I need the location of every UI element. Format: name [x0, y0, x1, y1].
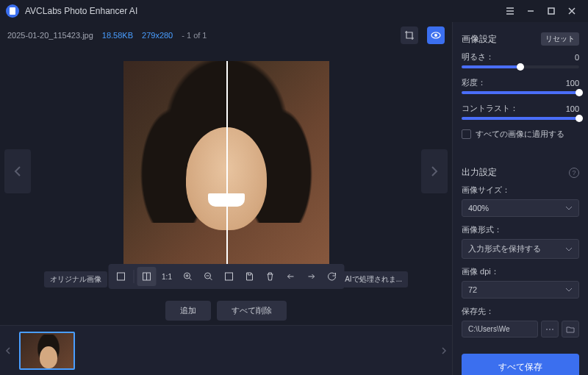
apply-all-checkbox[interactable]: [462, 129, 471, 139]
apply-all-label: すべての画像に適用する: [476, 129, 564, 140]
contrast-label: コントラスト：: [462, 103, 518, 114]
svg-rect-2: [548, 8, 554, 14]
viewer-toolbar: 1:1: [108, 264, 344, 289]
help-icon[interactable]: ?: [569, 168, 579, 178]
action-row: 追加 すべて削除: [0, 293, 452, 325]
menu-button[interactable]: [500, 1, 520, 21]
saturation-label: 彩度：: [462, 77, 486, 88]
image-viewer: オリジナル画像 AIで処理されま... 1:1: [0, 49, 452, 293]
saturation-slider[interactable]: [462, 91, 579, 94]
image-settings-title: 画像設定: [462, 33, 497, 46]
image-canvas[interactable]: [123, 61, 329, 282]
save-icon[interactable]: [240, 267, 259, 286]
size-label: 画像サイズ：: [462, 185, 579, 196]
saveto-label: 保存先：: [462, 306, 579, 317]
thumbnail[interactable]: [19, 332, 75, 370]
app-logo: [6, 4, 19, 18]
compare-divider[interactable]: [226, 61, 228, 282]
refresh-icon[interactable]: [322, 267, 341, 286]
layout-split-icon[interactable]: [137, 267, 156, 286]
thumb-next-button[interactable]: [436, 326, 452, 375]
layout-single-icon[interactable]: [111, 267, 130, 286]
chevron-down-icon: [565, 288, 573, 292]
format-value: 入力形式を保持する: [468, 243, 541, 254]
saturation-value: 100: [566, 79, 579, 88]
save-path-field[interactable]: C:\Users\We: [462, 321, 538, 338]
clear-all-button[interactable]: すべて削除: [217, 301, 287, 321]
add-button[interactable]: 追加: [165, 301, 211, 321]
close-button[interactable]: [562, 1, 582, 21]
thumbnail-strip: [0, 325, 452, 375]
processed-label: AIで処理されま...: [339, 271, 408, 288]
file-pager: - 1 of 1: [182, 31, 207, 40]
brightness-slider[interactable]: [462, 65, 579, 68]
chevron-down-icon: [565, 247, 573, 251]
prev-image-button[interactable]: [4, 149, 31, 193]
svg-rect-9: [225, 273, 232, 280]
reset-button[interactable]: リセット: [541, 32, 579, 46]
app-title: AVCLabs Photo Enhancer AI: [25, 6, 137, 16]
open-folder-button[interactable]: [562, 321, 579, 338]
next-image-button[interactable]: [421, 149, 448, 193]
svg-rect-5: [117, 273, 124, 280]
dpi-value: 72: [468, 285, 477, 294]
crop-button[interactable]: [401, 26, 418, 44]
svg-point-4: [434, 34, 437, 37]
fit-icon[interactable]: [219, 267, 238, 286]
output-settings-title: 出力設定: [462, 166, 497, 179]
delete-icon[interactable]: [260, 267, 279, 286]
brightness-label: 明るさ：: [462, 51, 494, 63]
titlebar: AVCLabs Photo Enhancer AI: [0, 0, 588, 22]
file-name: 2025-01-20_115423.jpg: [7, 31, 93, 40]
maximize-button[interactable]: [541, 1, 562, 21]
file-info-bar: 2025-01-20_115423.jpg 18.58KB 279x280 - …: [0, 22, 452, 49]
contrast-value: 100: [566, 104, 579, 113]
image-size-select[interactable]: 400%: [462, 199, 579, 217]
browse-more-button[interactable]: ⋯: [541, 321, 559, 338]
undo-icon[interactable]: [281, 267, 300, 286]
settings-panel: 画像設定 リセット 明るさ： 0 彩度： 100 コントラスト： 100 すべて…: [452, 22, 588, 375]
format-label: 画像形式：: [462, 224, 579, 235]
save-all-button[interactable]: すべて保存: [462, 354, 579, 375]
file-size: 18.58KB: [102, 31, 133, 40]
size-value: 400%: [468, 204, 489, 213]
preview-button[interactable]: [427, 26, 445, 44]
zoom-1to1-button[interactable]: 1:1: [157, 267, 176, 286]
file-dimensions: 279x280: [142, 31, 173, 40]
image-dpi-select[interactable]: 72: [462, 281, 579, 299]
chevron-down-icon: [565, 206, 573, 210]
image-format-select[interactable]: 入力形式を保持する: [462, 239, 579, 259]
svg-rect-1: [10, 7, 15, 15]
brightness-value: 0: [575, 53, 579, 62]
redo-icon[interactable]: [301, 267, 320, 286]
zoom-in-icon[interactable]: [178, 267, 197, 286]
original-label: オリジナル画像: [44, 271, 107, 288]
dpi-label: 画像 dpi：: [462, 266, 579, 277]
zoom-out-icon[interactable]: [198, 267, 218, 286]
thumb-prev-button[interactable]: [0, 326, 16, 375]
minimize-button[interactable]: [520, 1, 541, 21]
contrast-slider[interactable]: [462, 117, 579, 120]
